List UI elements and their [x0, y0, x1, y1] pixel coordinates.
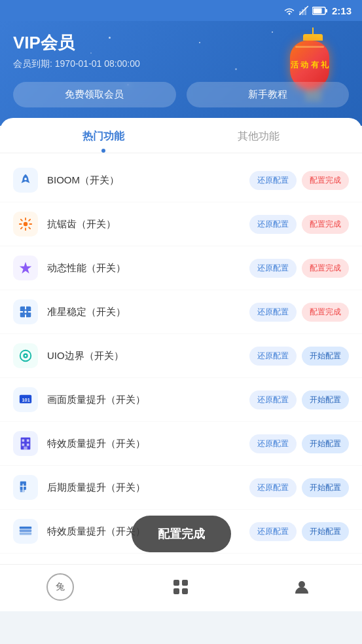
rocket-icon	[18, 173, 33, 187]
svg-rect-27	[20, 533, 31, 535]
restore-btn-0[interactable]: 还原配置	[249, 171, 297, 190]
svg-rect-19	[27, 440, 29, 442]
svg-point-0	[288, 13, 290, 15]
tab-hot-features[interactable]: 热门功能	[26, 118, 181, 153]
circle-dot-icon	[18, 349, 33, 363]
feature-actions-5: 还原配置 开始配置	[249, 390, 349, 409]
bottom-navigation: 兔	[0, 564, 362, 611]
feature-item: UIO边界（开关） 还原配置 开始配置	[0, 334, 362, 378]
wifi-icon	[283, 6, 295, 15]
toast-message: 配置完成	[132, 516, 231, 552]
restore-btn-1[interactable]: 还原配置	[249, 215, 297, 234]
feature-actions-2: 还原配置 配置完成	[249, 259, 349, 278]
user-icon	[288, 573, 316, 601]
feature-actions-8: 还原配置 开始配置	[249, 522, 349, 541]
feature-actions-3: 还原配置 配置完成	[249, 303, 349, 322]
main-content: 热门功能 其他功能 BIOOM（开关） 还原配置 配置完成	[0, 118, 362, 611]
signal-icon	[299, 6, 308, 15]
nav-item-grid[interactable]	[154, 568, 208, 606]
tab-bar: 热门功能 其他功能	[0, 118, 362, 153]
feature-list: BIOOM（开关） 还原配置 配置完成 抗锯齿（开关） 还原配置 配置完成	[0, 153, 362, 559]
svg-rect-20	[22, 444, 25, 446]
feature-icon-2	[13, 256, 38, 280]
done-btn-1[interactable]: 配置完成	[302, 215, 349, 234]
start-btn-6[interactable]: 开始配置	[302, 434, 349, 453]
restore-btn-2[interactable]: 还原配置	[249, 259, 297, 278]
svg-point-34	[299, 581, 305, 588]
svg-rect-30	[173, 580, 179, 586]
layers-icon	[18, 524, 33, 539]
done-btn-0[interactable]: 配置完成	[302, 171, 349, 190]
feature-icon-6	[13, 431, 38, 456]
rabbit-icon: 兔	[46, 573, 74, 601]
feature-name-1: 抗锯齿（开关）	[47, 218, 249, 231]
feature-icon-8	[13, 519, 38, 544]
svg-rect-33	[182, 588, 188, 594]
start-btn-5[interactable]: 开始配置	[302, 390, 349, 409]
feature-icon-4	[13, 343, 38, 368]
header-buttons: 免费领取会员 新手教程	[13, 82, 349, 107]
start-btn-8[interactable]: 开始配置	[302, 522, 349, 541]
screen-icon: 101	[18, 392, 33, 407]
restore-btn-6[interactable]: 还原配置	[249, 434, 297, 453]
feature-icon-0	[13, 168, 38, 193]
svg-rect-7	[313, 8, 321, 13]
svg-point-8	[24, 178, 27, 180]
svg-point-11	[24, 311, 27, 313]
feature-actions-0: 还原配置 配置完成	[249, 171, 349, 190]
feature-name-4: UIO边界（开关）	[47, 350, 249, 362]
status-bar: 2:13	[0, 0, 362, 21]
time-display: 2:13	[332, 5, 352, 16]
feature-item: 特效质量提升（开关） 还原配置 开始配置	[0, 422, 362, 466]
nav-item-rabbit[interactable]: 兔	[33, 568, 87, 606]
tab-other-features[interactable]: 其他功能	[181, 118, 336, 153]
free-vip-button[interactable]: 免费领取会员	[13, 82, 176, 107]
svg-rect-32	[173, 588, 179, 594]
target-icon	[18, 305, 33, 319]
feature-item: 动态性能（开关） 还原配置 配置完成	[0, 246, 362, 290]
restore-btn-8[interactable]: 还原配置	[249, 522, 297, 541]
lantern-text: 活 动 有 礼	[291, 60, 329, 71]
svg-point-14	[25, 355, 27, 357]
restore-btn-5[interactable]: 还原配置	[249, 390, 297, 409]
start-btn-7[interactable]: 开始配置	[302, 478, 349, 497]
svg-rect-6	[325, 9, 327, 12]
svg-rect-28	[20, 529, 31, 532]
header: 活 动 有 礼 VIP会员 会员到期: 1970-01-01 08:00:00 …	[0, 21, 362, 126]
feature-icon-7	[13, 475, 38, 500]
status-icons: 2:13	[283, 5, 352, 16]
gear-icon	[18, 217, 33, 231]
start-btn-4[interactable]: 开始配置	[302, 347, 349, 366]
svg-text:101: 101	[22, 397, 30, 403]
feature-name-2: 动态性能（开关）	[47, 262, 249, 275]
wrench-icon	[18, 480, 33, 495]
feature-actions-4: 还原配置 开始配置	[249, 347, 349, 366]
feature-name-7: 后期质量提升（开关）	[47, 482, 249, 494]
feature-name-6: 特效质量提升（开关）	[47, 438, 249, 450]
feature-item: 抗锯齿（开关） 还原配置 配置完成	[0, 202, 362, 246]
restore-btn-3[interactable]: 还原配置	[249, 303, 297, 322]
svg-rect-24	[20, 486, 24, 492]
feature-item: 后期质量提升（开关） 还原配置 开始配置	[0, 466, 362, 510]
grid-icon	[167, 573, 194, 601]
building-icon	[18, 436, 33, 451]
star-icon	[18, 261, 33, 275]
feature-icon-5: 101	[13, 387, 38, 412]
feature-name-3: 准星稳定（开关）	[47, 306, 249, 318]
svg-rect-18	[22, 440, 25, 442]
feature-item: 准星稳定（开关） 还原配置 配置完成	[0, 290, 362, 334]
feature-actions-6: 还原配置 开始配置	[249, 434, 349, 453]
tutorial-button[interactable]: 新手教程	[187, 82, 350, 107]
restore-btn-4[interactable]: 还原配置	[249, 347, 297, 366]
feature-item: BIOOM（开关） 还原配置 配置完成	[0, 159, 362, 202]
svg-rect-29	[20, 527, 31, 529]
feature-icon-3	[13, 299, 38, 324]
feature-actions-1: 还原配置 配置完成	[249, 215, 349, 234]
svg-rect-21	[27, 444, 29, 446]
feature-name-0: BIOOM（开关）	[47, 174, 249, 187]
done-btn-2[interactable]: 配置完成	[302, 259, 349, 278]
svg-rect-22	[24, 447, 27, 450]
done-btn-3[interactable]: 配置完成	[302, 303, 349, 322]
nav-item-profile[interactable]	[275, 568, 329, 606]
restore-btn-7[interactable]: 还原配置	[249, 478, 297, 497]
